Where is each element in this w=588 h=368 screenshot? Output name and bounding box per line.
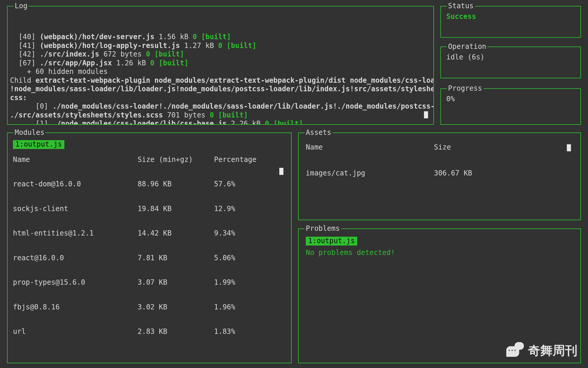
log-line: Child extract-text-webpack-plugin node_m… (10, 76, 428, 85)
problems-title: Problems (305, 224, 341, 233)
log-line: [41] (webpack)/hot/log-apply-result.js 1… (10, 42, 428, 50)
modules-row[interactable]: prop-types@15.6.03.07 KB1.99% (13, 278, 286, 287)
problems-message: No problems detected! (306, 248, 573, 257)
module-pct: 1.96% (214, 303, 286, 312)
log-line: + 60 hidden modules (10, 67, 428, 76)
log-panel: Log [40] (webpack)/hot/dev-server.js 1.5… (7, 6, 434, 125)
modules-row[interactable]: html-entities@1.2.114.42 KB9.34% (13, 229, 286, 238)
assets-row[interactable]: images/cat.jpg306.67 KB (306, 169, 573, 178)
modules-col-name: Name (13, 155, 138, 164)
problems-tab[interactable]: 1:output.js (306, 237, 357, 246)
log-cursor (424, 111, 428, 118)
module-pct: 12.9% (214, 205, 286, 213)
module-name: react@16.0.0 (13, 254, 138, 263)
progress-panel: Progress 0% (440, 88, 581, 125)
operation-value: idle (6s) (446, 53, 575, 62)
status-panel: Status Success (440, 6, 581, 38)
modules-col-size: Size (min+gz) (138, 155, 214, 164)
operation-title: Operation (447, 42, 487, 51)
module-pct: 1.83% (214, 327, 286, 336)
assets-header-row: Name Size (306, 143, 573, 152)
module-pct: 5.06% (214, 254, 286, 263)
status-body: Success (441, 6, 580, 37)
modules-tab[interactable]: 1:output.js (13, 140, 64, 149)
modules-col-pct: Percentage (214, 155, 286, 164)
log-line: [1] ./node_modules/css-loader/lib/css-ba… (10, 120, 428, 124)
modules-row[interactable]: react@16.0.07.81 KB5.06% (13, 254, 286, 263)
module-size: 19.84 KB (138, 205, 214, 213)
status-title: Status (447, 2, 475, 11)
assets-cursor (567, 144, 571, 151)
log-line: [67] ./src/app/App.jsx 1.26 kB 0 [built] (10, 59, 428, 68)
modules-row[interactable]: url2.83 KB1.83% (13, 327, 286, 336)
module-name: url (13, 327, 138, 336)
modules-panel: Modules 1:output.js Name Size (min+gz) P… (7, 132, 292, 363)
progress-title: Progress (447, 84, 483, 93)
module-size: 2.83 KB (138, 327, 214, 336)
assets-panel: Assets Name Size images/cat.jpg306.67 KB (298, 132, 581, 220)
module-pct: 1.99% (214, 278, 286, 287)
wechat-icon (506, 342, 524, 360)
log-line: [42] ./src/index.js 672 bytes 0 [built] (10, 50, 428, 59)
modules-cursor (279, 168, 283, 175)
module-size: 14.42 KB (138, 229, 214, 238)
log-line: css: (10, 94, 428, 102)
module-size: 3.02 KB (138, 303, 214, 312)
module-name: html-entities@1.2.1 (13, 229, 138, 238)
module-name: react-dom@16.0.0 (13, 180, 138, 189)
assets-body[interactable]: Name Size images/cat.jpg306.67 KB (299, 133, 580, 220)
log-line: ./src/assets/stylesheets/styles.scss 701… (10, 111, 428, 120)
module-name: prop-types@15.6.0 (13, 278, 138, 287)
module-size: 3.07 KB (138, 278, 214, 287)
module-name: sockjs-client (13, 205, 138, 213)
watermark: 奇舞周刊 (506, 342, 577, 360)
log-body[interactable]: [40] (webpack)/hot/dev-server.js 1.56 kB… (8, 6, 433, 124)
log-line: [0] ./node_modules/css-loader!./node_mod… (10, 102, 428, 111)
assets-col-size: Size (434, 143, 573, 152)
modules-row[interactable]: react-dom@16.0.088.96 KB57.6% (13, 180, 286, 189)
log-line: !node_modules/sass-loader/lib/loader.js!… (10, 85, 428, 94)
progress-value: 0% (446, 95, 575, 104)
asset-size: 306.67 KB (434, 169, 573, 178)
progress-body: 0% (441, 89, 580, 124)
operation-panel: Operation idle (6s) (440, 47, 581, 78)
modules-row[interactable]: fbjs@0.8.163.02 KB1.96% (13, 303, 286, 312)
operation-body: idle (6s) (441, 47, 580, 78)
module-pct: 57.6% (214, 180, 286, 189)
module-size: 88.96 KB (138, 180, 214, 189)
module-name: fbjs@0.8.16 (13, 303, 138, 312)
asset-name: images/cat.jpg (306, 169, 434, 178)
watermark-text: 奇舞周刊 (528, 343, 577, 358)
status-value: Success (446, 12, 575, 21)
log-line: [40] (webpack)/hot/dev-server.js 1.56 kB… (10, 33, 428, 42)
modules-header-row: Name Size (min+gz) Percentage (13, 155, 286, 164)
module-pct: 9.34% (214, 229, 286, 238)
modules-row[interactable]: sockjs-client19.84 KB12.9% (13, 205, 286, 213)
modules-body[interactable]: 1:output.js Name Size (min+gz) Percentag… (8, 133, 291, 363)
module-size: 7.81 KB (138, 254, 214, 263)
assets-col-name: Name (306, 143, 434, 152)
